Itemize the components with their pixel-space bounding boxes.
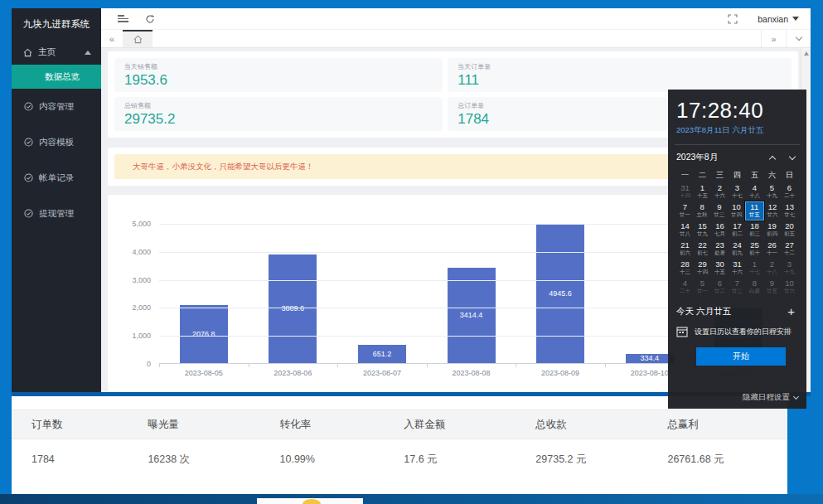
calendar-day-22[interactable]: 22初七 [694, 240, 711, 259]
day-number: 2 [711, 183, 729, 192]
calendar-day-7[interactable]: 7廿三 [729, 278, 746, 297]
day-lunar: 廿三 [710, 211, 728, 218]
calendar-day-15[interactable]: 15廿九 [694, 220, 711, 240]
x-tick [249, 364, 249, 367]
x-tick [605, 364, 606, 367]
day-lunar: 初六 [676, 250, 694, 256]
sidebar-item-1[interactable]: 内容模板 [12, 124, 101, 160]
calendar-day-16[interactable]: 16七月 [711, 220, 729, 240]
calendar-day-13[interactable]: 13廿七 [781, 201, 798, 220]
collapse-sidebar-button[interactable] [118, 13, 128, 24]
sidebar-item-3[interactable]: 提现管理 [12, 196, 101, 231]
calendar-month-label[interactable]: 2023年8月 [676, 152, 718, 163]
day-number: 12 [764, 202, 782, 211]
day-number: 31 [729, 259, 746, 269]
calendar-day-10[interactable]: 10廿四 [728, 201, 745, 220]
calendar-day-19[interactable]: 19初四 [763, 220, 781, 240]
calendar-day-30[interactable]: 30十五 [711, 259, 729, 278]
calendar-day-3[interactable]: 3十九 [781, 259, 798, 278]
table-header-5: 总赢利 [647, 410, 787, 439]
calendar-day-8[interactable]: 8白露 [746, 278, 763, 297]
sidebar: 九块九进群系统 主页 数据总览 内容管理内容模板帐单记录提现管理 [12, 8, 101, 392]
calendar-day-1[interactable]: 1十七 [746, 259, 763, 278]
sidebar-item-home[interactable]: 主页 [12, 40, 101, 65]
weekday-label: 五 [746, 170, 763, 181]
x-tick-label: 2023-08-07 [337, 369, 427, 377]
day-lunar: 处暑 [711, 250, 729, 256]
user-caret-icon [792, 17, 799, 21]
stat-value: 111 [457, 72, 782, 89]
calendar-day-31[interactable]: 31十四 [676, 182, 694, 201]
calendar-day-10[interactable]: 10廿六 [781, 278, 798, 297]
calendar-day-6[interactable]: 6廿二 [711, 278, 729, 297]
calendar-day-8[interactable]: 8立秋 [694, 201, 711, 220]
calendar-day-25[interactable]: 25初十 [746, 240, 763, 259]
calendar-day-3[interactable]: 3十七 [729, 182, 746, 201]
tabs-scroll-right-button[interactable]: » [761, 30, 786, 47]
day-lunar: 十七 [746, 269, 763, 275]
refresh-button[interactable] [145, 14, 155, 24]
bar-2023-08-08: 3414.4 [448, 268, 496, 363]
user-menu[interactable]: banxian [758, 14, 799, 24]
add-event-button[interactable]: + [787, 304, 798, 318]
day-number: 2 [763, 259, 781, 269]
sidebar-item-label: 帐单记录 [39, 172, 74, 184]
calendar-day-7[interactable]: 7廿一 [676, 201, 694, 220]
calendar-day-24[interactable]: 24初九 [729, 240, 746, 259]
calendar-day-5[interactable]: 5廿一 [694, 278, 711, 297]
calendar-day-2[interactable]: 2十八 [763, 259, 781, 278]
calendar-day-1[interactable]: 1十五 [694, 182, 711, 201]
day-lunar: 初五 [781, 230, 798, 237]
day-lunar: 廿三 [729, 288, 746, 294]
calendar-day-17[interactable]: 17初二 [729, 220, 746, 240]
day-lunar: 廿九 [694, 230, 711, 237]
calendar-next-button[interactable] [789, 153, 796, 159]
calendar-day-9[interactable]: 9廿五 [763, 278, 781, 297]
calendar-day-9[interactable]: 9廿三 [710, 201, 728, 220]
day-number: 25 [746, 240, 763, 250]
day-number: 21 [676, 240, 694, 250]
home-icon [23, 48, 32, 57]
table-value-4: 29735.2 元 [516, 439, 647, 479]
clock-date[interactable]: 2023年8月11日 六月廿五 [676, 125, 798, 136]
fullscreen-button[interactable] [728, 14, 738, 24]
calendar-day-23[interactable]: 23处暑 [711, 240, 729, 259]
tab-home[interactable] [123, 30, 152, 47]
calendar-prev-button[interactable] [769, 155, 776, 162]
calendar-day-14[interactable]: 14廿八 [676, 220, 694, 240]
tabs-menu-button[interactable] [786, 30, 811, 47]
sidebar-item-data-overview[interactable]: 数据总览 [12, 65, 101, 89]
calendar-day-2[interactable]: 2十六 [711, 182, 729, 201]
bar-slot: 3414.4 [427, 268, 516, 363]
day-number: 24 [729, 240, 746, 250]
day-number: 11 [746, 202, 763, 211]
calendar-day-11-selected[interactable]: 11廿五 [745, 201, 764, 220]
tabs-scroll-left-button[interactable]: « [101, 30, 123, 47]
background-window-peek [257, 498, 363, 504]
chevron-down-icon [793, 394, 799, 400]
calendar-day-29[interactable]: 29十四 [694, 259, 711, 278]
day-number: 7 [676, 202, 694, 211]
calendar-day-27[interactable]: 27十二 [781, 240, 798, 259]
sidebar-item-0[interactable]: 内容管理 [12, 89, 101, 124]
bar-slot: 651.2 [337, 345, 427, 363]
table-value-3: 17.6 元 [384, 439, 516, 479]
sidebar-item-2[interactable]: 帐单记录 [12, 160, 101, 196]
day-lunar: 七月 [711, 230, 729, 237]
calendar-day-26[interactable]: 26十一 [763, 240, 781, 259]
calendar-day-31[interactable]: 31十六 [729, 259, 746, 278]
calendar-day-4[interactable]: 4十八 [746, 182, 763, 201]
start-button[interactable]: 开始 [696, 347, 786, 366]
calendar-day-28[interactable]: 28十三 [676, 259, 694, 278]
weekday-label: 六 [763, 170, 781, 181]
hide-agenda-toggle[interactable]: 隐藏日程设置 [743, 392, 798, 403]
calendar-day-6[interactable]: 6二十 [781, 182, 798, 201]
calendar-day-18[interactable]: 18初三 [746, 220, 763, 240]
calendar-day-20[interactable]: 20初五 [781, 220, 798, 240]
calendar-day-21[interactable]: 21初六 [676, 240, 694, 259]
calendar-day-4[interactable]: 4二十 [676, 278, 694, 297]
calendar-day-5[interactable]: 5十九 [763, 182, 781, 201]
stat-label: 总销售额 [124, 101, 433, 110]
calendar-day-12[interactable]: 12廿六 [764, 201, 782, 220]
day-number: 27 [781, 240, 798, 250]
